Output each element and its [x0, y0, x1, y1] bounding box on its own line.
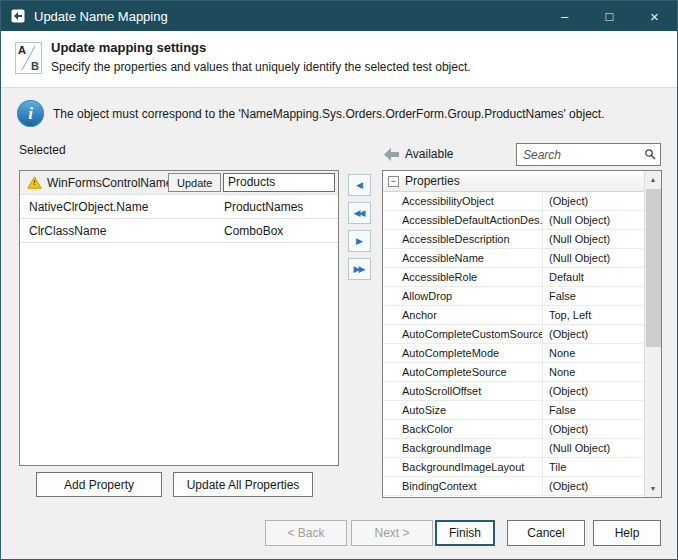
property-name: AccessibleDescription [383, 230, 542, 248]
property-name: ClrClassName [29, 224, 106, 238]
property-name: NativeClrObject.Name [29, 200, 148, 214]
left-arrow-icon [384, 148, 400, 161]
group-label: Properties [405, 174, 460, 188]
warning-glyph: ! [33, 178, 36, 187]
finish-button[interactable]: Finish [435, 520, 495, 546]
scrollbar[interactable]: ▲ ▼ [644, 171, 661, 497]
cancel-button[interactable]: Cancel [507, 520, 585, 546]
property-name: Anchor [383, 306, 542, 324]
search-icon [644, 148, 656, 163]
list-item[interactable]: AutoCompleteCustomSource(Object) [383, 325, 644, 344]
search-box [516, 143, 661, 166]
table-row[interactable]: NativeClrObject.Name ProductNames [20, 195, 338, 219]
next-button[interactable]: Next > [351, 520, 433, 546]
scroll-down-icon[interactable]: ▼ [645, 480, 661, 497]
page-subtitle: Specify the properties and values that u… [51, 60, 471, 74]
collapse-icon[interactable]: − [388, 176, 399, 187]
property-value: ProductNames [224, 200, 303, 214]
property-name: AccessibleName [383, 249, 542, 267]
property-value: (Null Object) [542, 439, 644, 457]
property-value: (Object) [542, 477, 644, 495]
window-controls: – □ × [542, 1, 677, 31]
property-value: None [542, 344, 644, 362]
list-item[interactable]: AccessibleDefaultActionDes...(Null Objec… [383, 211, 644, 230]
property-list: AccessibilityObject(Object) AccessibleDe… [383, 192, 644, 497]
property-value: (Object) [542, 382, 644, 400]
info-glyph: i [28, 104, 33, 124]
move-left-button[interactable]: ◀ [348, 174, 371, 196]
property-value: Top, Left [542, 306, 644, 324]
table-row[interactable]: ! WinFormsControlName Update Products [20, 171, 338, 195]
list-item[interactable]: AccessibleName(Null Object) [383, 249, 644, 268]
move-buttons: ◀ ◀◀ ▶ ▶▶ [348, 174, 371, 280]
maximize-button[interactable]: □ [587, 1, 632, 31]
move-right-button[interactable]: ▶ [348, 230, 371, 252]
property-value: (Null Object) [542, 249, 644, 267]
list-item[interactable]: BackgroundImage(Null Object) [383, 439, 644, 458]
selected-properties-table: ! WinFormsControlName Update Products Na… [19, 170, 339, 466]
move-all-left-button[interactable]: ◀◀ [348, 202, 371, 224]
help-button[interactable]: Help [593, 520, 661, 546]
list-item[interactable]: BindingContext(Object) [383, 477, 644, 496]
property-name: BackgroundImage [383, 439, 542, 457]
property-value: (Object) [542, 325, 644, 343]
property-value: (Object) [542, 420, 644, 438]
icon-letter-a: A [18, 44, 26, 56]
icon-letter-b: B [31, 60, 39, 72]
move-all-left-icon: ◀◀ [354, 208, 364, 218]
list-item[interactable]: AccessibleRoleDefault [383, 268, 644, 287]
property-value: (Null Object) [542, 230, 644, 248]
list-item[interactable]: AccessibleDescription(Null Object) [383, 230, 644, 249]
titlebar: Update Name Mapping – □ × [1, 1, 677, 31]
close-button[interactable]: × [632, 1, 677, 31]
available-label: Available [405, 147, 453, 161]
property-name: BackgroundImageLayout [383, 458, 542, 476]
property-name: AutoCompleteCustomSource [383, 325, 542, 343]
back-button[interactable]: < Back [265, 520, 347, 546]
property-name: AutoCompleteMode [383, 344, 542, 362]
property-value: ComboBox [224, 224, 283, 238]
property-name: AccessibleRole [383, 268, 542, 286]
property-name: AllowDrop [383, 287, 542, 305]
list-item[interactable]: AutoSizeFalse [383, 401, 644, 420]
list-item[interactable]: AutoScrollOffset(Object) [383, 382, 644, 401]
list-item[interactable]: AutoCompleteModeNone [383, 344, 644, 363]
property-name: BackColor [383, 420, 542, 438]
move-all-right-icon: ▶▶ [354, 264, 364, 274]
info-icon: i [17, 100, 44, 127]
property-name: AccessibleDefaultActionDes... [383, 211, 542, 229]
property-value: None [542, 363, 644, 381]
property-name: AutoSize [383, 401, 542, 419]
header: A B Update mapping settings Specify the … [1, 31, 677, 88]
move-all-right-button[interactable]: ▶▶ [348, 258, 371, 280]
list-item[interactable]: AnchorTop, Left [383, 306, 644, 325]
move-right-icon: ▶ [356, 236, 363, 246]
list-item[interactable]: AccessibilityObject(Object) [383, 192, 644, 211]
property-value: Default [542, 268, 644, 286]
list-item[interactable]: BackColor(Object) [383, 420, 644, 439]
property-value: False [542, 401, 644, 419]
info-text: The object must correspond to the 'NameM… [53, 107, 604, 121]
list-item[interactable]: AllowDropFalse [383, 287, 644, 306]
minimize-button[interactable]: – [542, 1, 587, 31]
add-property-button[interactable]: Add Property [36, 472, 162, 497]
list-item[interactable]: AutoCompleteSourceNone [383, 363, 644, 382]
update-all-properties-button[interactable]: Update All Properties [173, 472, 313, 497]
property-value: False [542, 287, 644, 305]
window-title: Update Name Mapping [34, 9, 168, 24]
dialog-window: Update Name Mapping – □ × A B Update map… [0, 0, 678, 560]
scroll-up-icon[interactable]: ▲ [645, 171, 661, 188]
property-name: BindingContext [383, 477, 542, 495]
property-value: (Null Object) [542, 211, 644, 229]
table-row[interactable]: ClrClassName ComboBox [20, 219, 338, 243]
selected-value-editbox[interactable]: Products [223, 173, 335, 192]
properties-group-header[interactable]: − Properties [383, 171, 661, 192]
move-left-icon: ◀ [356, 180, 363, 190]
search-input[interactable] [516, 143, 661, 166]
update-button[interactable]: Update [168, 173, 221, 192]
warning-icon: ! [27, 176, 42, 189]
selected-label: Selected [19, 143, 66, 157]
scrollbar-thumb[interactable] [646, 189, 661, 347]
page-title: Update mapping settings [51, 40, 206, 55]
list-item[interactable]: BackgroundImageLayoutTile [383, 458, 644, 477]
